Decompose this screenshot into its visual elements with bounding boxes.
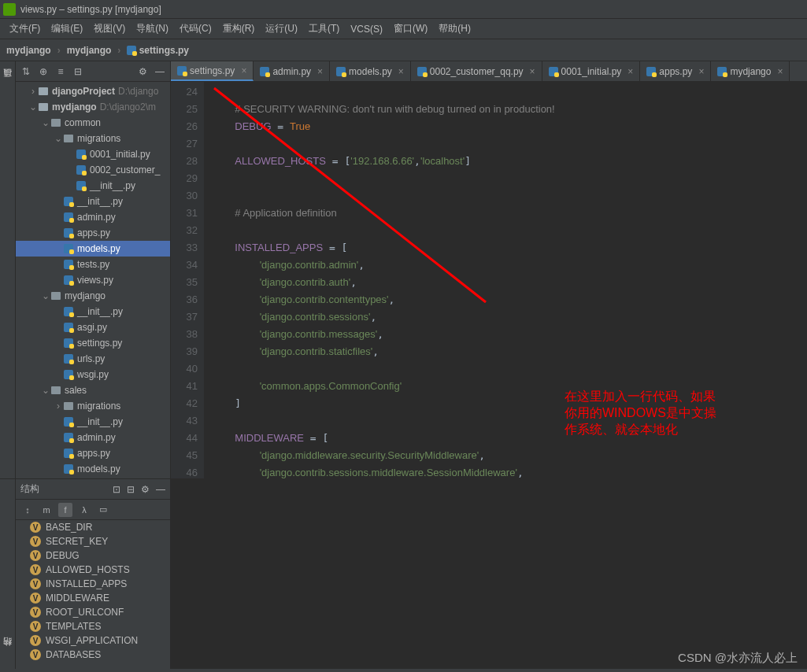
- project-tree[interactable]: ›djangoProjectD:\django ⌄mydjangoD:\djan…: [16, 82, 170, 478]
- filter-l-icon[interactable]: λ: [77, 503, 91, 517]
- tree-file[interactable]: 0002_customer_: [16, 162, 170, 178]
- python-icon: [646, 67, 656, 76]
- sort-icon[interactable]: ≡: [55, 66, 66, 77]
- breadcrumb-root[interactable]: mydjango: [6, 45, 51, 56]
- editor-tab[interactable]: 0002_customer_qq.py×: [411, 61, 542, 81]
- chevron-icon: ›: [117, 45, 120, 56]
- close-icon[interactable]: ×: [627, 66, 633, 77]
- menu-view[interactable]: 视图(V): [89, 20, 130, 37]
- editor-tab[interactable]: apps.py×: [640, 61, 711, 81]
- structure-item[interactable]: VMIDDLEWARE: [16, 591, 170, 605]
- close-icon[interactable]: ×: [317, 66, 323, 77]
- target-icon[interactable]: ⊕: [38, 66, 49, 77]
- code-area[interactable]: 2425262728293031323334353637383940414243…: [171, 82, 807, 478]
- editor-area: settings.py×admin.py×models.py×0002_cust…: [171, 61, 807, 478]
- left-tool-gutter: ▭ 项目: [0, 61, 16, 478]
- structure-tool-gutter: 结构: [0, 479, 16, 669]
- gutter: 2425262728293031323334353637383940414243…: [171, 82, 204, 478]
- structure-item[interactable]: VINSTALLED_APPS: [16, 577, 170, 591]
- project-toolbar: ⇅ ⊕ ≡ ⊟ ⚙ —: [16, 61, 170, 82]
- sort-az-icon[interactable]: ↕: [20, 503, 35, 517]
- tree-folder[interactable]: ⌄sales: [16, 382, 170, 398]
- variable-icon: V: [30, 593, 41, 604]
- structure-item[interactable]: VALLOWED_HOSTS: [16, 563, 170, 577]
- close-icon[interactable]: ×: [530, 66, 535, 77]
- menu-code[interactable]: 代码(C): [175, 20, 217, 37]
- structure-item[interactable]: VSECRET_KEY: [16, 534, 170, 548]
- filter-c-icon[interactable]: ▭: [96, 503, 110, 517]
- structure-list[interactable]: VBASE_DIRVSECRET_KEYVDEBUGVALLOWED_HOSTS…: [16, 520, 170, 669]
- menu-run[interactable]: 运行(U): [261, 20, 302, 37]
- editor-tab[interactable]: models.py×: [330, 61, 411, 81]
- tree-file[interactable]: settings.py: [16, 335, 170, 351]
- hide-icon[interactable]: —: [156, 484, 165, 495]
- close-icon[interactable]: ×: [698, 66, 704, 77]
- breadcrumb[interactable]: mydjango › mydjango › settings.py: [6, 45, 189, 56]
- gear-icon[interactable]: ⚙: [141, 484, 150, 495]
- menu-window[interactable]: 窗口(W): [389, 20, 432, 37]
- filter-f-icon[interactable]: f: [58, 503, 72, 517]
- chevron-icon: ›: [57, 45, 61, 56]
- variable-icon: V: [30, 635, 41, 646]
- editor-tab[interactable]: settings.py×: [171, 61, 254, 81]
- hide-icon[interactable]: —: [154, 66, 165, 77]
- tree-file[interactable]: __init__.py: [16, 304, 170, 319]
- close-icon[interactable]: ×: [777, 66, 783, 77]
- python-icon: [417, 67, 427, 76]
- tree-folder[interactable]: ⌄common: [16, 115, 170, 131]
- tree-file[interactable]: models.py: [16, 461, 170, 477]
- menu-edit[interactable]: 编辑(E): [46, 20, 87, 37]
- tree-file[interactable]: __init__.py: [16, 178, 170, 194]
- tree-file[interactable]: apps.py: [16, 225, 170, 241]
- menu-file[interactable]: 文件(F): [5, 20, 45, 37]
- titlebar: views.py – settings.py [mydjango]: [0, 0, 807, 19]
- menu-nav[interactable]: 导航(N): [131, 20, 173, 37]
- tree-file[interactable]: __init__.py: [16, 414, 170, 430]
- menu-tools[interactable]: 工具(T): [304, 20, 344, 37]
- tree-file[interactable]: tests.py: [16, 257, 170, 272]
- structure-item[interactable]: VWSGI_APPLICATION: [16, 633, 170, 648]
- tree-file[interactable]: urls.py: [16, 351, 170, 367]
- structure-item[interactable]: VROOT_URLCONF: [16, 605, 170, 619]
- close-icon[interactable]: ×: [398, 66, 404, 77]
- tree-folder[interactable]: ⌄migrations: [16, 131, 170, 146]
- expand-icon[interactable]: ⊟: [127, 484, 135, 495]
- expand-icon[interactable]: ⇅: [20, 66, 31, 77]
- tree-file[interactable]: admin.py: [16, 430, 170, 445]
- variable-icon: V: [30, 607, 41, 618]
- editor-tab[interactable]: mydjango×: [711, 61, 790, 81]
- tree-file-selected[interactable]: models.py: [16, 241, 170, 257]
- menu-vcs[interactable]: VCS(S): [346, 22, 387, 36]
- collapse-icon[interactable]: ⊟: [72, 66, 83, 77]
- structure-title: 结构: [20, 482, 39, 496]
- editor-tab[interactable]: 0001_initial.py×: [542, 61, 641, 81]
- tree-folder[interactable]: ⌄mydjangoD:\django2\m: [16, 99, 170, 115]
- tree-file[interactable]: __init__.py: [16, 194, 170, 209]
- tree-folder[interactable]: ›migrations: [16, 398, 170, 414]
- tree-file[interactable]: wsgi.py: [16, 367, 170, 382]
- tree-file[interactable]: asgi.py: [16, 319, 170, 335]
- close-icon[interactable]: ×: [241, 65, 246, 76]
- python-icon: [336, 67, 346, 76]
- tree-file[interactable]: admin.py: [16, 209, 170, 225]
- filter-m-icon[interactable]: m: [39, 503, 54, 517]
- code-content[interactable]: # SECURITY WARNING: don't run with debug…: [204, 82, 807, 478]
- menu-help[interactable]: 帮助(H): [434, 20, 476, 37]
- python-icon: [549, 67, 558, 76]
- structure-item[interactable]: VTEMPLATES: [16, 619, 170, 633]
- project-tool-icon[interactable]: ▭: [3, 65, 12, 76]
- editor-tab[interactable]: admin.py×: [254, 61, 330, 81]
- tree-file[interactable]: views.py: [16, 272, 170, 288]
- tree-file[interactable]: apps.py: [16, 445, 170, 461]
- tree-folder[interactable]: ⌄mydjango: [16, 288, 170, 304]
- breadcrumb-folder[interactable]: mydjango: [67, 45, 112, 56]
- breadcrumb-file[interactable]: settings.py: [127, 45, 189, 56]
- sort-icon[interactable]: ⊡: [113, 484, 120, 495]
- tree-file[interactable]: 0001_initial.py: [16, 146, 170, 162]
- tree-folder[interactable]: ›djangoProjectD:\django: [16, 83, 170, 99]
- structure-item[interactable]: VDATABASES: [16, 648, 170, 662]
- structure-item[interactable]: VBASE_DIR: [16, 520, 170, 534]
- gear-icon[interactable]: ⚙: [137, 66, 148, 77]
- menu-refactor[interactable]: 重构(R): [218, 20, 260, 37]
- structure-item[interactable]: VDEBUG: [16, 548, 170, 563]
